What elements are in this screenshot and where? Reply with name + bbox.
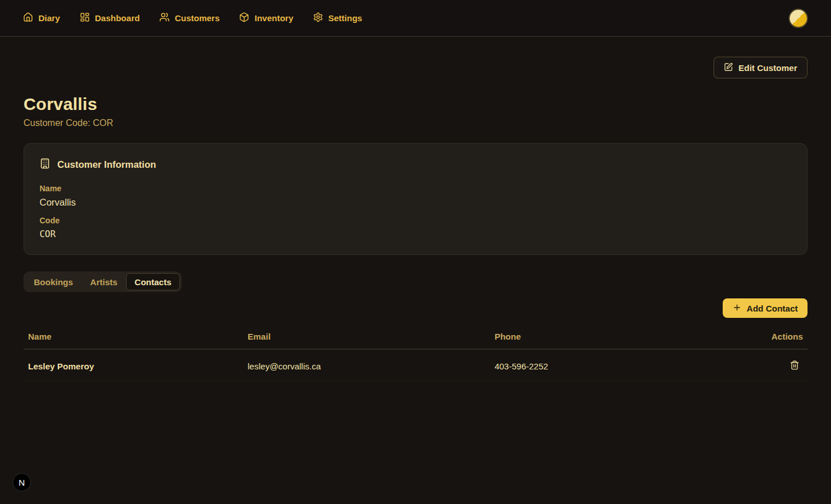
column-header-email: Email bbox=[243, 332, 490, 349]
field-label: Code bbox=[40, 216, 791, 225]
field-name: Name Corvallis bbox=[40, 184, 791, 208]
dev-tools-badge[interactable]: N bbox=[13, 473, 31, 491]
edit-customer-button[interactable]: Edit Customer bbox=[714, 57, 808, 78]
delete-contact-button[interactable] bbox=[790, 360, 799, 370]
contacts-table: Name Email Phone Actions Lesley Pomeroy … bbox=[23, 332, 808, 381]
nav-item-label: Dashboard bbox=[95, 13, 140, 23]
table-row: Lesley Pomeroy lesley@corvallis.ca 403-5… bbox=[23, 349, 808, 381]
page-title: Corvallis bbox=[23, 94, 808, 114]
edit-pencil-icon bbox=[724, 62, 733, 73]
card-title: Customer Information bbox=[57, 159, 156, 170]
gear-icon bbox=[313, 12, 323, 24]
field-code: Code COR bbox=[40, 216, 791, 239]
plus-icon bbox=[732, 303, 742, 314]
tab-contacts[interactable]: Contacts bbox=[126, 273, 180, 290]
dev-badge-letter: N bbox=[19, 478, 25, 487]
nav-item-inventory[interactable]: Inventory bbox=[239, 12, 293, 24]
contact-phone-cell: 403-596-2252 bbox=[490, 349, 729, 381]
add-contact-label: Add Contact bbox=[747, 304, 798, 313]
nav-item-label: Inventory bbox=[254, 13, 293, 23]
contact-email-cell: lesley@corvallis.ca bbox=[243, 349, 490, 381]
nav-item-label: Customers bbox=[175, 13, 219, 23]
home-icon bbox=[23, 12, 33, 24]
customer-information-card: Customer Information Name Corvallis Code… bbox=[23, 143, 808, 255]
package-icon bbox=[239, 12, 249, 24]
top-navigation: Diary Dashboard Customers Inventory Sett… bbox=[0, 0, 831, 37]
field-value: Corvallis bbox=[40, 197, 791, 208]
column-header-phone: Phone bbox=[490, 332, 729, 349]
column-header-actions: Actions bbox=[729, 332, 808, 349]
trash-icon bbox=[790, 363, 799, 372]
contact-actions-cell bbox=[729, 349, 808, 381]
field-value: COR bbox=[40, 229, 791, 239]
nav-item-customers[interactable]: Customers bbox=[159, 12, 219, 24]
nav-item-diary[interactable]: Diary bbox=[23, 12, 60, 24]
edit-customer-label: Edit Customer bbox=[738, 63, 797, 73]
column-header-name: Name bbox=[23, 332, 243, 349]
users-icon bbox=[159, 12, 170, 24]
building-icon bbox=[40, 158, 50, 171]
contact-name-cell: Lesley Pomeroy bbox=[23, 349, 243, 381]
nav-item-settings[interactable]: Settings bbox=[313, 12, 362, 24]
tab-artists[interactable]: Artists bbox=[81, 273, 126, 290]
field-label: Name bbox=[40, 184, 791, 193]
nav-items: Diary Dashboard Customers Inventory Sett… bbox=[23, 12, 362, 24]
nav-item-label: Settings bbox=[328, 13, 362, 23]
user-avatar[interactable] bbox=[790, 10, 807, 27]
add-contact-button[interactable]: Add Contact bbox=[723, 298, 808, 318]
tab-bookings[interactable]: Bookings bbox=[25, 273, 81, 290]
nav-item-dashboard[interactable]: Dashboard bbox=[80, 12, 140, 24]
customer-code-subtitle: Customer Code: COR bbox=[23, 118, 808, 128]
detail-tabs: Bookings Artists Contacts bbox=[23, 271, 182, 292]
main-content: Edit Customer Corvallis Customer Code: C… bbox=[0, 57, 831, 381]
table-header-row: Name Email Phone Actions bbox=[23, 332, 808, 349]
dashboard-grid-icon bbox=[80, 12, 90, 24]
nav-item-label: Diary bbox=[38, 13, 60, 23]
